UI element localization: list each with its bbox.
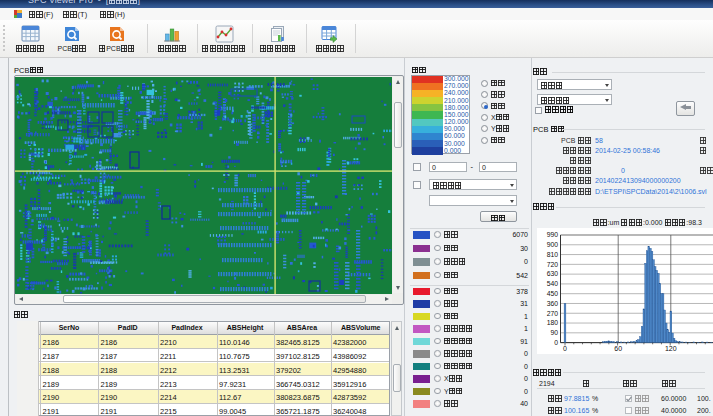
svg-text:0: 0 — [554, 339, 558, 346]
svg-text:450: 450 — [547, 290, 559, 297]
svg-text:120: 120 — [665, 345, 677, 352]
svg-text:180: 180 — [547, 319, 559, 326]
svg-text:630: 630 — [547, 270, 559, 277]
svg-text:60: 60 — [614, 345, 622, 352]
svg-text:540: 540 — [547, 280, 559, 287]
svg-text:360: 360 — [547, 300, 559, 307]
svg-text:270: 270 — [547, 310, 559, 317]
svg-text:900: 900 — [547, 241, 559, 248]
svg-text:90: 90 — [550, 329, 558, 336]
svg-text:0: 0 — [563, 345, 567, 352]
svg-text:720: 720 — [547, 261, 559, 268]
svg-text:990: 990 — [547, 231, 559, 238]
svg-text:810: 810 — [547, 251, 559, 258]
